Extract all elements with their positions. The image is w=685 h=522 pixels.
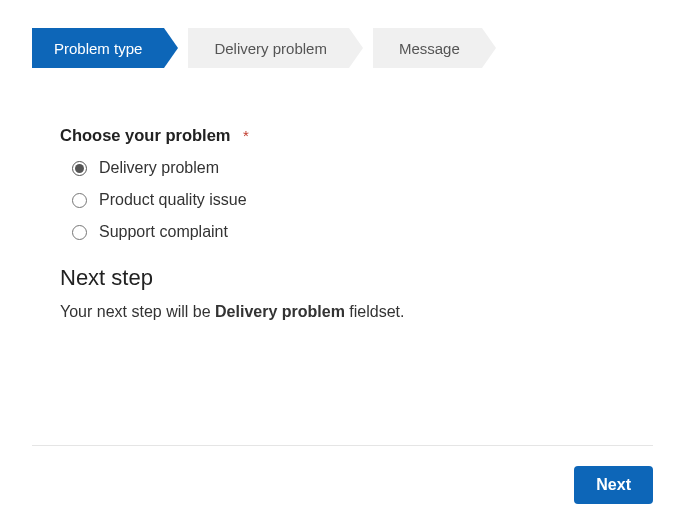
next-step-text: Your next step will be Delivery problem … bbox=[60, 303, 625, 321]
radio-item-support-complaint[interactable]: Support complaint bbox=[60, 223, 625, 241]
footer: Next bbox=[32, 445, 653, 504]
radio-item-product-quality[interactable]: Product quality issue bbox=[60, 191, 625, 209]
question-label: Choose your problem bbox=[60, 126, 231, 144]
form-area: Choose your problem * Delivery problem P… bbox=[0, 68, 685, 321]
radio-item-delivery-problem[interactable]: Delivery problem bbox=[60, 159, 625, 177]
next-step-prefix: Your next step will be bbox=[60, 303, 215, 320]
breadcrumb-step-label: Delivery problem bbox=[214, 40, 327, 57]
radio-label[interactable]: Support complaint bbox=[99, 223, 228, 241]
next-step-bold: Delivery problem bbox=[215, 303, 345, 320]
radio-group: Delivery problem Product quality issue S… bbox=[60, 159, 625, 241]
question-row: Choose your problem * bbox=[60, 126, 625, 145]
breadcrumb-step-label: Problem type bbox=[54, 40, 142, 57]
radio-input[interactable] bbox=[72, 161, 87, 176]
breadcrumb-step-delivery-problem[interactable]: Delivery problem bbox=[188, 28, 349, 68]
breadcrumb-step-label: Message bbox=[399, 40, 460, 57]
breadcrumb-step-problem-type[interactable]: Problem type bbox=[32, 28, 164, 68]
radio-label[interactable]: Delivery problem bbox=[99, 159, 219, 177]
next-step-heading: Next step bbox=[60, 265, 625, 291]
next-step-suffix: fieldset. bbox=[345, 303, 405, 320]
breadcrumb: Problem type Delivery problem Message bbox=[0, 0, 685, 68]
required-asterisk: * bbox=[243, 127, 249, 144]
radio-input[interactable] bbox=[72, 193, 87, 208]
breadcrumb-step-message[interactable]: Message bbox=[373, 28, 482, 68]
radio-input[interactable] bbox=[72, 225, 87, 240]
radio-label[interactable]: Product quality issue bbox=[99, 191, 247, 209]
next-button[interactable]: Next bbox=[574, 466, 653, 504]
